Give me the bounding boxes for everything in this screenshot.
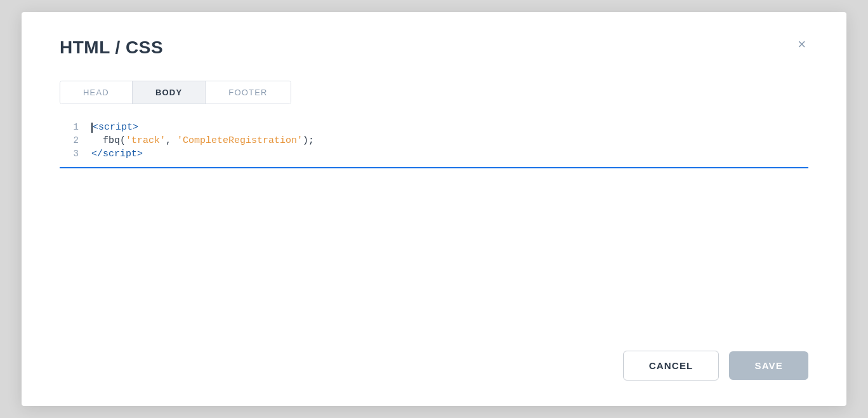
code-tag-close-script: </script> (91, 149, 143, 159)
code-line-3: 3 </script> (60, 149, 808, 159)
modal-dialog: HTML / CSS × HEAD BODY FOOTER 1 <script> (22, 12, 846, 406)
tab-head[interactable]: HEAD (60, 81, 133, 104)
tab-body[interactable]: BODY (133, 81, 206, 104)
code-line-1: 1 <script> (60, 122, 808, 133)
close-button[interactable]: × (795, 35, 808, 54)
line-number-2: 2 (60, 135, 79, 145)
save-button[interactable]: SAVE (729, 351, 808, 380)
modal-title: HTML / CSS (60, 37, 163, 58)
cancel-button[interactable]: CANCEL (623, 351, 720, 381)
modal-header: HTML / CSS × (60, 37, 808, 58)
code-editor[interactable]: 1 <script> 2 fbq('track', 'CompleteRegis… (60, 122, 808, 338)
line-number-3: 3 (60, 149, 79, 159)
code-line-2: 2 fbq('track', 'CompleteRegistration'); (60, 135, 808, 146)
tabs-container: HEAD BODY FOOTER (60, 81, 291, 104)
modal-footer: CANCEL SAVE (60, 338, 808, 381)
line-number-1: 1 (60, 122, 79, 132)
code-area[interactable]: 1 <script> 2 fbq('track', 'CompleteRegis… (60, 122, 808, 168)
close-icon: × (798, 36, 806, 52)
tab-footer[interactable]: FOOTER (206, 81, 290, 104)
code-tag-open-script: <script> (93, 122, 138, 133)
modal-overlay: HTML / CSS × HEAD BODY FOOTER 1 <script> (0, 0, 868, 418)
